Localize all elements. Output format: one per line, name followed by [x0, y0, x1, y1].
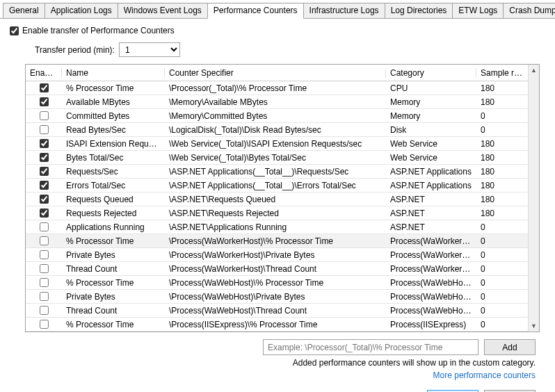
tab-etw-logs[interactable]: ETW Logs [452, 3, 504, 18]
row-name: Errors Total/Sec [62, 181, 165, 190]
new-counter-input[interactable] [263, 339, 478, 355]
scroll-up-icon[interactable]: ▲ [529, 65, 539, 76]
table-row[interactable]: Committed Bytes\Memory\Committed BytesMe… [26, 109, 528, 123]
performance-counters-panel: Enable transfer of Performance Counters … [0, 19, 555, 392]
table-row[interactable]: Requests Queued\ASP.NET\Requests QueuedA… [26, 193, 528, 206]
row-enable-checkbox[interactable] [40, 264, 49, 273]
row-name: % Processor Time [62, 236, 165, 246]
row-rate: 180 [476, 97, 528, 107]
tab-performance-counters[interactable]: Performance Counters [207, 3, 304, 19]
row-category: ASP.NET [386, 222, 476, 232]
row-rate: 0 [476, 222, 528, 232]
row-enable-checkbox[interactable] [40, 83, 49, 92]
row-name: Available MBytes [62, 97, 165, 107]
row-category: Process(WaWorkerHost) [386, 264, 476, 274]
tab-infrastructure-logs[interactable]: Infrastructure Logs [303, 3, 385, 18]
row-specifier: \Process(WaWorkerHost)\% Processor Time [165, 236, 386, 246]
row-enable-checkbox[interactable] [40, 222, 49, 231]
tab-windows-event-logs[interactable]: Windows Event Logs [118, 3, 208, 18]
tab-general[interactable]: General [3, 3, 45, 18]
col-header-specifier[interactable]: Counter Specifier [165, 68, 386, 78]
enable-transfer-checkbox[interactable] [10, 26, 19, 35]
scroll-down-icon[interactable]: ▼ [529, 320, 539, 332]
row-category: Process(WaWorkerHost) [386, 250, 476, 260]
table-row[interactable]: ISAPI Extension Requests/...\Web Service… [26, 137, 528, 151]
row-rate: 180 [476, 153, 528, 163]
row-enable-checkbox[interactable] [40, 139, 49, 148]
vertical-scrollbar[interactable]: ▲ ▼ [528, 65, 539, 332]
row-name: Thread Count [62, 306, 165, 316]
row-category: ASP.NET Applications [386, 181, 476, 190]
row-category: ASP.NET Applications [386, 167, 476, 177]
row-name: % Processor Time [62, 83, 165, 93]
col-header-category[interactable]: Category [386, 68, 476, 78]
row-rate: 0 [476, 306, 528, 316]
row-name: ISAPI Extension Requests/... [62, 139, 165, 149]
table-row[interactable]: Available MBytes\Memory\Available MBytes… [26, 95, 528, 109]
more-counters-link[interactable]: More performance counters [10, 370, 536, 380]
table-row[interactable]: Thread Count\Process(WaWorkerHost)\Threa… [26, 262, 528, 276]
table-row[interactable]: Bytes Total/Sec\Web Service(_Total)\Byte… [26, 151, 528, 165]
row-rate: 0 [476, 264, 528, 274]
tab-crash-dumps[interactable]: Crash Dumps [503, 3, 555, 18]
row-specifier: \LogicalDisk(_Total)\Disk Read Bytes/sec [165, 125, 386, 135]
table-row[interactable]: Thread Count\Process(WaWebHost)\Thread C… [26, 304, 528, 318]
enable-transfer-label[interactable]: Enable transfer of Performance Counters [22, 26, 175, 35]
row-category: Memory [386, 97, 476, 107]
row-enable-checkbox[interactable] [40, 111, 49, 120]
row-enable-checkbox[interactable] [40, 292, 49, 301]
row-category: ASP.NET [386, 195, 476, 204]
row-enable-checkbox[interactable] [40, 97, 49, 106]
row-enable-checkbox[interactable] [40, 181, 49, 190]
row-specifier: \ASP.NET Applications(__Total__)\Request… [165, 167, 386, 177]
row-specifier: \Memory\Available MBytes [165, 97, 386, 107]
row-enable-checkbox[interactable] [40, 167, 49, 176]
table-row[interactable]: Requests/Sec\ASP.NET Applications(__Tota… [26, 165, 528, 179]
row-enable-checkbox[interactable] [40, 153, 49, 162]
row-rate: 180 [476, 167, 528, 177]
row-enable-checkbox[interactable] [40, 306, 49, 315]
row-category: Process(IISExpress) [386, 320, 476, 329]
table-row[interactable]: Private Bytes\Process(WaWorkerHost)\Priv… [26, 248, 528, 262]
row-specifier: \ASP.NET Applications(__Total__)\Errors … [165, 181, 386, 190]
row-category: ASP.NET [386, 209, 476, 218]
row-name: Requests Queued [62, 195, 165, 204]
table-row[interactable]: % Processor Time\Process(IISExpress)\% P… [26, 318, 528, 332]
row-enable-checkbox[interactable] [40, 195, 49, 204]
row-specifier: \ASP.NET\Applications Running [165, 222, 386, 232]
row-enable-checkbox[interactable] [40, 278, 49, 287]
col-header-rate[interactable]: Sample rate (sec) [476, 68, 528, 78]
row-enable-checkbox[interactable] [40, 250, 49, 259]
tab-strip: GeneralApplication LogsWindows Event Log… [0, 0, 555, 19]
table-row[interactable]: % Processor Time\Processor(_Total)\% Pro… [26, 81, 528, 95]
table-row[interactable]: Private Bytes\Process(WaWebHost)\Private… [26, 290, 528, 304]
hint-text: Added performance counters will show up … [10, 358, 536, 368]
tab-log-directories[interactable]: Log Directories [385, 3, 453, 18]
row-name: Committed Bytes [62, 111, 165, 121]
row-category: Web Service [386, 139, 476, 149]
row-name: % Processor Time [62, 278, 165, 288]
table-row[interactable]: % Processor Time\Process(WaWebHost)\% Pr… [26, 276, 528, 290]
row-enable-checkbox[interactable] [40, 209, 49, 218]
col-header-name[interactable]: Name [62, 68, 165, 78]
row-enable-checkbox[interactable] [40, 236, 49, 245]
table-row[interactable]: Requests Rejected\ASP.NET\Requests Rejec… [26, 206, 528, 220]
row-name: Private Bytes [62, 250, 165, 260]
row-rate: 0 [476, 111, 528, 121]
row-rate: 180 [476, 139, 528, 149]
add-button[interactable]: Add [484, 339, 536, 355]
transfer-period-combo[interactable]: 1 [119, 42, 180, 57]
grid-header: Enabled Name Counter Specifier Category … [26, 65, 528, 81]
table-row[interactable]: Applications Running\ASP.NET\Application… [26, 220, 528, 234]
row-rate: 180 [476, 195, 528, 204]
row-name: Requests Rejected [62, 209, 165, 218]
row-enable-checkbox[interactable] [40, 125, 49, 134]
row-enable-checkbox[interactable] [40, 320, 49, 329]
table-row[interactable]: Errors Total/Sec\ASP.NET Applications(__… [26, 179, 528, 193]
table-row[interactable]: % Processor Time\Process(WaWorkerHost)\%… [26, 234, 528, 248]
tab-application-logs[interactable]: Application Logs [45, 3, 118, 18]
row-specifier: \Process(WaWebHost)\Private Bytes [165, 292, 386, 302]
table-row[interactable]: Read Bytes/Sec\LogicalDisk(_Total)\Disk … [26, 123, 528, 137]
col-header-enabled[interactable]: Enabled [26, 68, 62, 78]
row-name: Requests/Sec [62, 167, 165, 177]
